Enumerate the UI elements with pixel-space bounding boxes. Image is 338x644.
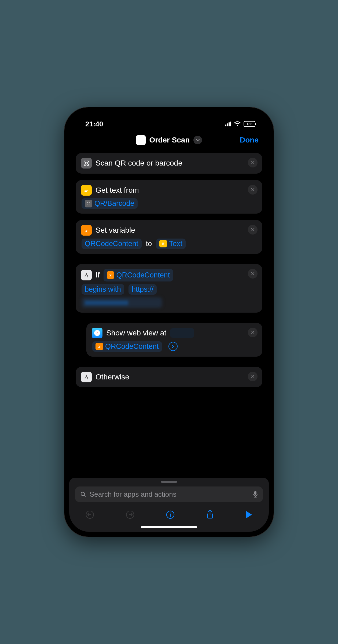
branch-icon xyxy=(81,270,92,280)
action-label: Set variable xyxy=(95,225,135,236)
redo-button[interactable] xyxy=(126,510,135,519)
variable-value-token[interactable]: Text xyxy=(156,239,186,249)
share-button[interactable] xyxy=(206,510,214,520)
svg-rect-0 xyxy=(85,162,87,164)
safari-icon xyxy=(92,328,102,338)
action-otherwise[interactable]: Otherwise ✕ xyxy=(76,367,262,387)
disclosure-button[interactable] xyxy=(168,342,178,351)
status-indicators: 100 xyxy=(225,121,255,127)
svg-point-10 xyxy=(170,513,171,514)
action-library-panel[interactable]: Search for apps and actions xyxy=(69,478,269,532)
redacted-value: xxxxxxxxxxxx xyxy=(82,297,162,308)
home-indicator xyxy=(141,526,197,528)
delete-action-button[interactable]: ✕ xyxy=(248,158,258,167)
action-label: Show web view at xyxy=(106,328,166,339)
chevron-down-icon[interactable] xyxy=(193,136,202,144)
action-label: Otherwise xyxy=(95,372,129,383)
action-show-webview[interactable]: Show web view at x QRCodeContent ✕ xyxy=(86,323,262,357)
connector xyxy=(169,214,169,220)
if-value-token[interactable]: https:// xyxy=(128,284,157,295)
search-icon xyxy=(80,491,86,497)
delete-action-button[interactable]: ✕ xyxy=(248,328,258,337)
svg-point-1 xyxy=(94,330,100,336)
text-icon xyxy=(81,185,92,196)
play-button[interactable] xyxy=(245,510,253,519)
cellular-icon xyxy=(225,122,231,126)
text-icon xyxy=(159,240,167,247)
search-input[interactable]: Search for apps and actions xyxy=(75,486,263,502)
webview-url-token[interactable]: x QRCodeContent xyxy=(92,341,162,352)
to-label: to xyxy=(146,240,152,248)
info-button[interactable] xyxy=(166,510,175,519)
shortcut-title-group[interactable]: Order Scan xyxy=(136,135,202,145)
shortcut-color-swatch xyxy=(136,135,146,145)
screen: 21:40 100 Order Scan Done xyxy=(69,112,269,532)
action-label: If xyxy=(95,270,100,281)
scan-icon xyxy=(85,200,92,207)
variable-icon: x xyxy=(81,225,92,236)
done-button[interactable]: Done xyxy=(240,136,259,144)
dynamic-island xyxy=(148,112,190,124)
actions-list: Scan QR code or barcode ✕ Get text from xyxy=(69,151,269,478)
mic-icon[interactable] xyxy=(253,491,258,498)
status-time: 21:40 xyxy=(85,120,103,128)
variable-token-qrbarcode[interactable]: QR/Barcode xyxy=(82,198,138,209)
action-get-text[interactable]: Get text from QR/Barcode ✕ xyxy=(76,180,262,214)
delete-action-button[interactable]: ✕ xyxy=(248,372,258,381)
delete-action-button[interactable]: ✕ xyxy=(248,225,258,235)
scan-icon xyxy=(81,158,92,169)
variable-icon: x xyxy=(107,271,114,279)
search-placeholder: Search for apps and actions xyxy=(90,490,177,499)
action-set-variable[interactable]: x Set variable QRCodeContent to Text ✕ xyxy=(76,220,262,254)
nav-bar: Order Scan Done xyxy=(69,131,269,151)
shortcut-title: Order Scan xyxy=(149,136,190,144)
svg-rect-6 xyxy=(254,491,256,495)
action-label: Scan QR code or barcode xyxy=(95,158,182,169)
wifi-icon xyxy=(234,121,241,127)
connector xyxy=(169,174,169,180)
if-condition-token[interactable]: begins with xyxy=(82,284,124,295)
if-variable-token[interactable]: x QRCodeContent xyxy=(104,269,173,281)
empty-param[interactable] xyxy=(170,328,194,338)
action-scan-qr[interactable]: Scan QR code or barcode ✕ xyxy=(76,153,262,174)
variable-icon: x xyxy=(95,343,103,350)
drag-handle[interactable] xyxy=(161,481,177,483)
delete-action-button[interactable]: ✕ xyxy=(248,185,258,195)
phone-frame: 21:40 100 Order Scan Done xyxy=(64,107,274,537)
editor-toolbar xyxy=(75,502,263,524)
branch-icon xyxy=(81,372,92,382)
delete-action-button[interactable]: ✕ xyxy=(248,269,258,279)
variable-name-token[interactable]: QRCodeContent xyxy=(82,239,142,249)
action-if[interactable]: If x QRCodeContent begins with https:// … xyxy=(76,264,262,313)
battery-icon: 100 xyxy=(244,121,255,127)
undo-button[interactable] xyxy=(85,510,94,519)
action-label: Get text from xyxy=(95,185,139,196)
